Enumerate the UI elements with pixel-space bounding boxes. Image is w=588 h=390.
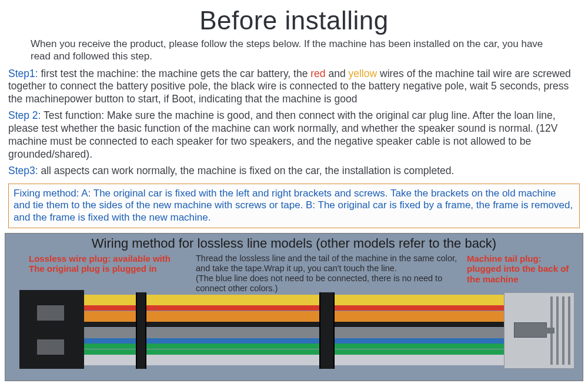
step-3: Step3: all aspects can work normally, th… xyxy=(0,164,588,180)
step1-pre: first test the machine: the machine gets… xyxy=(38,68,311,79)
threading-note: Thread the lossless line and the tail of… xyxy=(196,254,472,294)
step1-red: red xyxy=(310,68,325,79)
lossless-plug-icon xyxy=(19,292,84,369)
lossless-plug-label: Lossless wire plug: available with The o… xyxy=(29,254,188,274)
step1-yellow: yellow xyxy=(349,68,377,79)
wire xyxy=(84,328,504,333)
step3-label: Step3: xyxy=(8,165,38,176)
step3-text: all aspects can work normally, the machi… xyxy=(38,165,455,176)
wire xyxy=(84,305,504,311)
wire xyxy=(84,360,504,365)
intro-text: When you receive the product, please fol… xyxy=(0,38,588,66)
step-2: Step 2: Test function: Make sure the mac… xyxy=(0,108,588,164)
step2-label: Step 2: xyxy=(8,109,41,121)
wire xyxy=(84,316,504,322)
step-1: Step1: first test the machine: the machi… xyxy=(0,66,588,109)
wire xyxy=(84,355,504,360)
page-title: Before installing xyxy=(0,0,588,38)
wiring-diagram: Wiring method for lossless line models (… xyxy=(5,233,583,381)
tail-plug-label: Machine tail plug: plugged into the back… xyxy=(467,254,576,285)
wire xyxy=(84,295,504,300)
fixing-method-box: Fixing method: A: The original car is fi… xyxy=(8,184,580,228)
wire-bundle xyxy=(84,295,504,366)
wire xyxy=(84,311,504,316)
wire xyxy=(84,333,504,338)
tape-wrap-icon xyxy=(136,292,146,369)
wire xyxy=(84,349,504,355)
step1-and: and xyxy=(326,68,349,79)
wire xyxy=(84,300,504,305)
wire xyxy=(84,322,504,327)
tape-wrap-icon xyxy=(319,292,335,369)
step1-label: Step1: xyxy=(8,68,38,79)
tail-plug-icon xyxy=(504,292,574,369)
wiring-title: Wiring method for lossless line models (… xyxy=(5,234,583,252)
step2-text: Test function: Make sure the machine is … xyxy=(8,109,558,160)
wire xyxy=(84,338,504,344)
wire xyxy=(84,344,504,349)
